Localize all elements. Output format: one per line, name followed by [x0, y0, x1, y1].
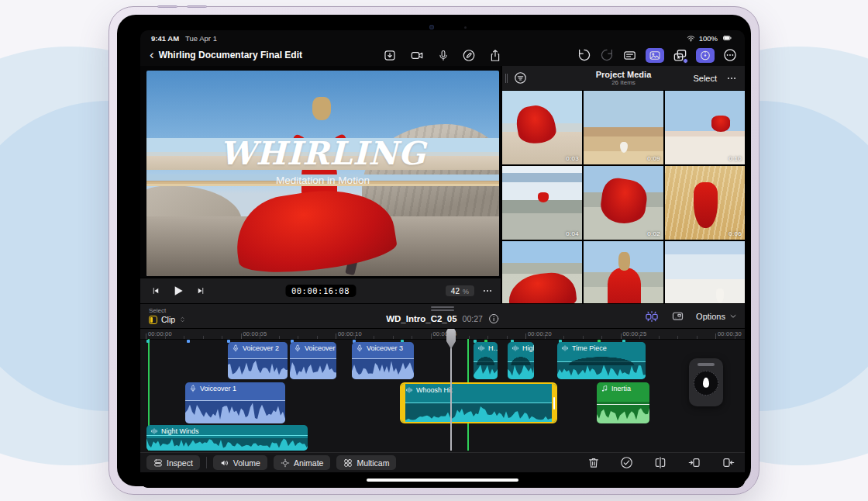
skip-back-icon[interactable] [151, 286, 160, 295]
volume-up-button[interactable] [157, 5, 177, 8]
media-thumbnail[interactable] [665, 241, 745, 303]
select-button[interactable]: Select [693, 74, 717, 83]
media-thumbnail[interactable] [502, 241, 582, 303]
clip-label: H… [488, 344, 498, 352]
jog-wheel-knob [703, 378, 709, 388]
video-preview[interactable]: WHIRLING Meditation in Motion [146, 71, 499, 276]
approve-icon[interactable] [620, 456, 633, 469]
media-thumbnail[interactable]: 0:10 [665, 91, 745, 164]
thumbnail-figure [711, 116, 731, 132]
picture-in-picture-icon[interactable] [670, 309, 685, 323]
edit-toolbar: InspectVolumeAnimateMulticam [140, 452, 745, 472]
multicam-button[interactable]: Multicam [336, 455, 396, 470]
media-more-icon[interactable] [726, 73, 737, 84]
connect-clips-icon[interactable] [644, 309, 660, 323]
timeline-clip[interactable]: High… [508, 342, 534, 379]
delete-icon[interactable] [587, 456, 600, 469]
clip-label: Voiceover 2 [305, 344, 336, 352]
media-thumbnail[interactable]: 0:09 [584, 91, 663, 164]
media-browser-icon[interactable] [646, 48, 664, 63]
timeline-marker[interactable] [187, 340, 190, 343]
audio-wave-icon [512, 344, 519, 352]
zoom-level-control[interactable]: 42 % [446, 285, 474, 296]
timeline[interactable]: 00:00:0000:00:0500:00:1000:00:1500:00:20… [140, 329, 745, 452]
clip-label: Voiceover 3 [367, 344, 403, 352]
media-thumbnail[interactable]: 0:04 [502, 166, 582, 240]
jog-wheel[interactable] [689, 358, 723, 406]
insert-left-icon[interactable] [687, 456, 701, 469]
edit-tool-buttons: InspectVolumeAnimateMulticam [140, 455, 396, 470]
media-thumbnail[interactable] [584, 241, 663, 303]
split-clip-icon[interactable] [653, 456, 667, 469]
import-media-icon[interactable] [384, 49, 397, 62]
timeline-clip[interactable]: Voiceover 2 [228, 342, 288, 379]
insert-right-icon[interactable] [722, 456, 735, 469]
record-video-icon[interactable] [410, 49, 425, 62]
jog-wheel-handle[interactable] [698, 363, 715, 366]
timeline-clip[interactable]: Inertia [597, 382, 649, 423]
play-button[interactable] [172, 285, 184, 297]
timeline-clip[interactable]: Night Winds [146, 425, 308, 451]
timecode-display[interactable]: 00:00:16:08 [285, 285, 356, 297]
inspect-button[interactable]: Inspect [146, 455, 200, 470]
effects-browser-icon[interactable] [673, 48, 687, 63]
share-icon[interactable] [489, 49, 502, 62]
pencil-annotate-icon[interactable] [463, 49, 476, 62]
front-camera [429, 25, 434, 29]
titles-browser-icon[interactable] [622, 49, 637, 62]
thumbnail-figure [514, 102, 558, 147]
inspect-icon [153, 458, 163, 468]
timeline-drag-handle[interactable] [431, 306, 454, 313]
chevron-updown-icon [179, 315, 186, 324]
volume-button[interactable]: Volume [213, 455, 267, 470]
undo-icon[interactable] [577, 48, 591, 62]
timeline-clip[interactable]: Whoosh Hit [400, 382, 557, 423]
record-voiceover-icon[interactable] [438, 49, 450, 62]
playhead[interactable] [446, 329, 456, 452]
clip-duration-badge: 0:10 [728, 155, 742, 162]
jog-wheel-dial[interactable] [694, 371, 718, 396]
tool-button-label: Multicam [356, 458, 389, 468]
timeline-clip[interactable]: Voiceover 1 [185, 382, 285, 423]
media-thumbnail[interactable]: 0:02 [584, 166, 663, 240]
timeline-clip[interactable]: H… [474, 342, 498, 379]
timeline-ruler[interactable]: 00:00:0000:00:0500:00:1000:00:1500:00:20… [140, 329, 745, 340]
panel-resize-handle[interactable] [505, 74, 508, 83]
mic-icon [356, 344, 363, 352]
more-menu-icon[interactable] [723, 48, 737, 62]
jog-wheel-toggle-icon[interactable] [696, 48, 715, 63]
animate-button[interactable]: Animate [274, 455, 331, 470]
thumbnail-figure [716, 289, 724, 303]
audio-wave-icon [477, 344, 485, 352]
ruler-timecode-label: 00:00:25 [623, 330, 647, 337]
options-button[interactable]: Options [696, 312, 737, 321]
home-indicator[interactable] [367, 479, 518, 482]
app-toolbar: ‹ Whirling Documentary Final Edit [140, 44, 745, 66]
thumbnail-figure [538, 192, 548, 202]
wifi-icon [686, 34, 696, 43]
media-thumbnail[interactable]: 0:03 [502, 91, 582, 164]
timeline-clip[interactable]: Voiceover 2 [290, 342, 336, 379]
thumbnail-figure [620, 142, 627, 153]
clip-mode-selector[interactable]: Clip [149, 315, 186, 324]
info-icon[interactable] [488, 313, 499, 324]
audio-wave-icon [150, 427, 158, 435]
timeline-marker[interactable] [146, 340, 150, 343]
sensor-dot [464, 26, 467, 29]
timeline-clip[interactable]: Time Piece [557, 342, 646, 379]
home-row [140, 472, 745, 488]
skip-forward-icon[interactable] [196, 286, 205, 295]
back-chevron-icon[interactable]: ‹ [140, 48, 159, 63]
battery-icon [721, 33, 734, 43]
timeline-clip[interactable]: Voiceover 3 [352, 342, 414, 379]
clip-label: Inertia [611, 385, 631, 392]
volume-down-button[interactable] [187, 5, 207, 8]
filter-icon[interactable] [514, 71, 527, 85]
tool-button-label: Inspect [167, 458, 193, 468]
media-panel-title: Project Media [596, 70, 652, 80]
media-thumbnail[interactable]: 0:06 [665, 166, 745, 240]
redo-icon[interactable] [600, 48, 614, 62]
viewer-more-icon[interactable] [482, 285, 493, 296]
clock-date: Tue Apr 1 [185, 34, 217, 43]
timeline-header: Select Clip WD_Intro_C2_05 00:27 Optio [140, 303, 745, 329]
